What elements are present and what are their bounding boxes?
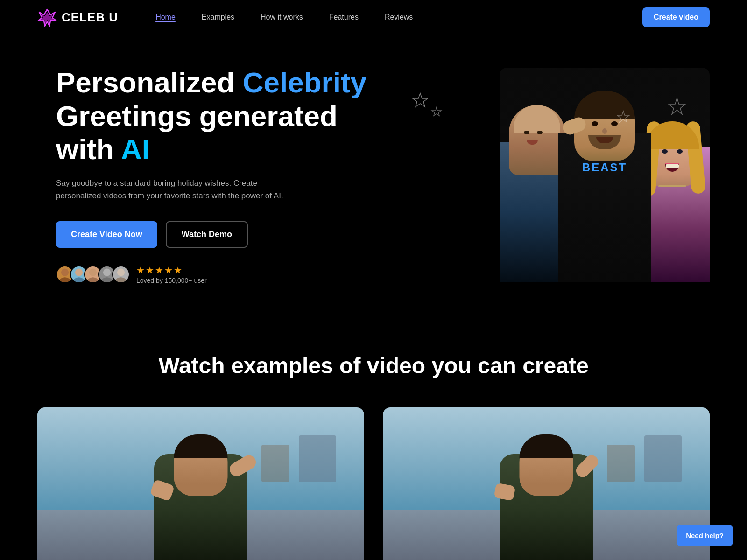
create-video-button[interactable]: Create Video Now [56,221,157,248]
examples-section: Watch examples of video you can create [0,315,747,560]
hero-title-part2: Greetings generated with [56,100,338,165]
nav-how-it-works[interactable]: How it works [261,13,303,21]
social-proof: ★★★★★ Loved by 150,000+ user [56,265,374,284]
svg-point-7 [101,277,113,283]
watch-demo-button[interactable]: Watch Demo [166,221,248,248]
svg-point-9 [115,277,127,283]
star-decoration-right [658,96,696,128]
nav-reviews[interactable]: Reviews [385,13,413,21]
video-person-2 [490,426,602,560]
user-avatars [56,266,130,283]
svg-point-8 [117,268,125,276]
hero-content: Personalized Celebrity Greetings generat… [56,66,374,284]
hero-section: Personalized Celebrity Greetings generat… [0,35,747,315]
nav-links: Home Examples How it works Features Revi… [155,13,624,21]
nav-examples[interactable]: Examples [202,13,234,21]
video-card-1[interactable] [37,407,364,560]
hero-title-highlight2: AI [121,133,150,165]
nav-create-video-button[interactable]: Create video [642,7,710,27]
examples-title: Watch examples of video you can create [37,352,710,379]
hero-title-highlight1: Celebrity [243,66,366,98]
need-help-button[interactable]: Need help? [677,525,733,546]
brand-name: CELEB U [62,10,118,25]
navbar: CELEB U Home Examples How it works Featu… [0,0,747,35]
logo-icon [37,7,57,27]
hero-buttons: Create Video Now Watch Demo [56,221,374,248]
celeb-center-person: BEAST [558,68,651,282]
video-bg-obj-2 [261,445,289,482]
user-count-text: Loved by 150,000+ user [136,277,207,284]
avatar-5 [112,266,130,283]
svg-point-1 [59,277,70,283]
svg-marker-10 [413,93,428,107]
svg-marker-11 [432,107,441,116]
svg-marker-12 [669,98,685,114]
star-decoration-left [411,91,467,138]
hero-title-part1: Personalized [56,66,243,98]
nav-features[interactable]: Features [329,13,359,21]
svg-marker-13 [617,111,629,122]
video-card-2[interactable] [383,407,710,560]
star-rating: ★★★★★ [136,265,207,276]
svg-point-5 [87,277,99,283]
star-decoration-small [612,110,635,133]
svg-point-2 [75,268,83,276]
svg-point-3 [73,277,85,283]
video-thumb-1 [37,407,364,560]
svg-point-0 [61,268,69,276]
nav-home[interactable]: Home [155,13,176,21]
video-bg-obj-3 [644,435,682,482]
logo[interactable]: CELEB U [37,7,118,27]
video-thumb-2 [383,407,710,560]
hero-description: Say goodbye to a standard boring holiday… [56,177,299,202]
svg-point-6 [103,268,111,276]
rating-info: ★★★★★ Loved by 150,000+ user [136,265,207,284]
hero-title: Personalized Celebrity Greetings generat… [56,66,374,166]
svg-point-4 [89,268,97,276]
hero-image-area: BEAST [374,63,710,287]
video-bg-obj-1 [299,435,336,482]
video-grid [37,407,710,560]
video-person-1 [145,426,257,560]
video-bg-obj-4 [607,445,635,482]
